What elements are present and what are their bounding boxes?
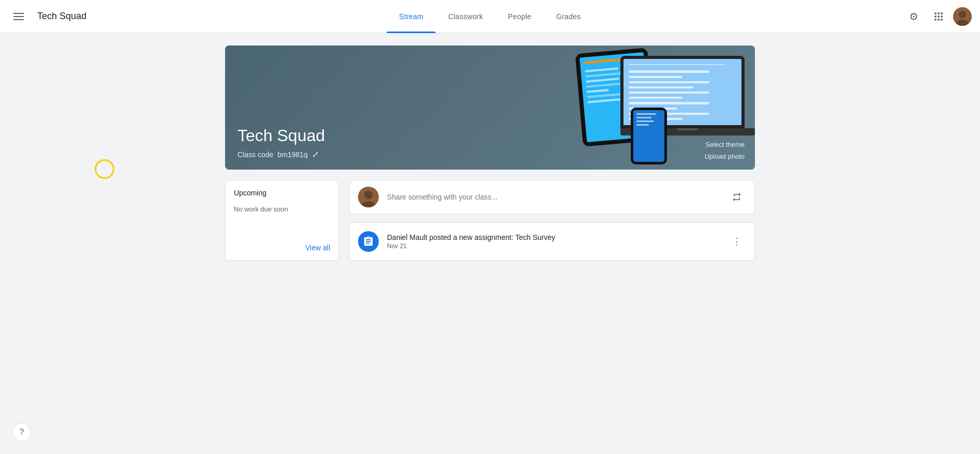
assignment-title: Daniel Mault posted a new assignment: Te… xyxy=(387,233,719,241)
topnav-right: ⚙ xyxy=(858,6,972,27)
banner-class-code: Class code bm1981q ⤢ xyxy=(237,149,325,159)
upload-photo-button[interactable]: Upload photo xyxy=(705,152,745,161)
phone-device xyxy=(631,108,667,164)
tab-classwork[interactable]: Classwork xyxy=(436,0,495,33)
tab-people[interactable]: People xyxy=(496,0,544,33)
share-avatar-image xyxy=(358,187,379,207)
svg-point-1 xyxy=(959,11,966,18)
tab-stream[interactable]: Stream xyxy=(387,0,436,33)
assignment-icon xyxy=(358,231,379,252)
help-button[interactable]: ? xyxy=(12,423,31,442)
topnav-center: Stream Classwork People Grades xyxy=(122,0,858,33)
upcoming-card: Upcoming No work due soon View all xyxy=(225,180,339,261)
settings-button[interactable]: ⚙ xyxy=(903,6,924,27)
main-content: Tech Squad Class code bm1981q ⤢ Select t… xyxy=(0,33,980,454)
content-row: Upcoming No work due soon View all xyxy=(225,180,755,261)
help-icon: ? xyxy=(20,428,24,437)
share-card xyxy=(349,180,755,214)
avatar[interactable] xyxy=(953,7,972,26)
assignment-content: Daniel Mault posted a new assignment: Te… xyxy=(387,233,719,250)
apps-button[interactable] xyxy=(928,6,949,27)
class-banner: Tech Squad Class code bm1981q ⤢ Select t… xyxy=(225,46,755,170)
stream-area: Daniel Mault posted a new assignment: Te… xyxy=(349,180,755,261)
expand-icon[interactable]: ⤢ xyxy=(312,149,319,159)
grid-icon xyxy=(934,12,943,21)
topnav-left: Tech Squad xyxy=(8,6,122,27)
select-theme-button[interactable]: Select theme xyxy=(705,140,745,149)
view-all-button[interactable]: View all xyxy=(305,239,330,252)
svg-point-4 xyxy=(364,191,373,199)
share-input[interactable] xyxy=(387,189,719,205)
banner-actions: Select theme Upload photo xyxy=(705,140,745,161)
more-options-button[interactable]: ⋮ xyxy=(727,232,746,251)
banner-class-name: Tech Squad xyxy=(237,126,325,145)
upcoming-title: Upcoming xyxy=(234,189,330,197)
app-title: Tech Squad xyxy=(37,11,86,22)
menu-button[interactable] xyxy=(8,6,29,27)
assignment-card: Daniel Mault posted a new assignment: Te… xyxy=(349,222,755,261)
top-navigation: Tech Squad Stream Classwork People Grade… xyxy=(0,0,980,33)
share-avatar xyxy=(358,187,379,207)
no-work-text: No work due soon xyxy=(234,205,330,213)
phone-screen xyxy=(633,110,664,162)
gear-icon: ⚙ xyxy=(909,10,918,23)
assignment-svg xyxy=(363,236,374,247)
repost-icon[interactable] xyxy=(727,188,746,206)
avatar-image xyxy=(953,7,972,26)
repost-svg xyxy=(732,192,742,202)
tab-grades[interactable]: Grades xyxy=(544,0,593,33)
more-options-icon: ⋮ xyxy=(732,236,741,247)
hamburger-icon xyxy=(9,9,28,24)
banner-content: Tech Squad Class code bm1981q ⤢ xyxy=(237,126,325,159)
assignment-date: Nov 21 xyxy=(387,243,719,250)
